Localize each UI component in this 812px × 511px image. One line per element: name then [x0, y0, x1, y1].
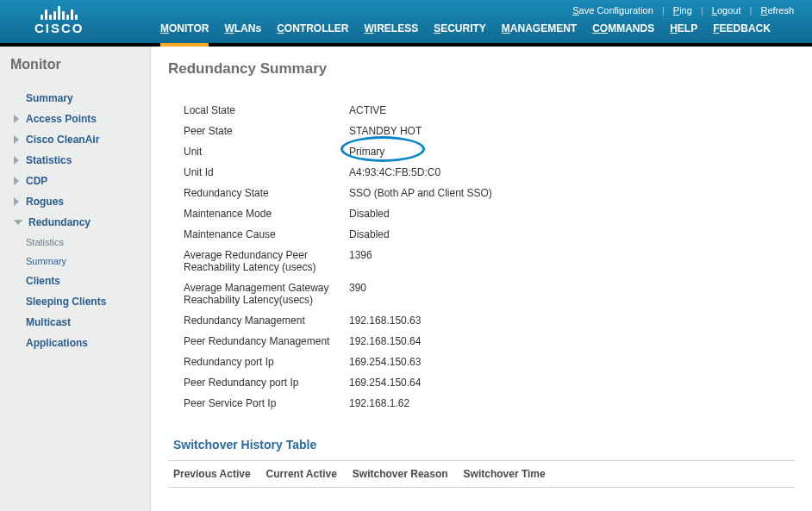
field-row: Maintenance CauseDisabled: [168, 224, 795, 245]
caret-right-icon: [14, 135, 19, 144]
sidebar-item-label: CDP: [26, 175, 47, 187]
field-label: Peer Redundancy Management: [168, 335, 349, 347]
col-switchover-reason: Switchover Reason: [353, 468, 448, 480]
field-value: 192.168.150.63: [349, 315, 421, 327]
field-row: Redundancy StateSSO (Both AP and Client …: [168, 183, 795, 203]
sidebar-item-sleeping-clients[interactable]: Sleeping Clients: [9, 291, 150, 312]
field-row: Peer Redundancy port Ip169.254.150.64: [168, 372, 795, 393]
field-value: SSO (Both AP and Client SSO): [349, 187, 492, 199]
field-label: Local State: [168, 104, 349, 116]
caret-down-icon: [14, 220, 22, 225]
sidebar-item-label: Statistics: [26, 154, 72, 166]
sidebar-item-label: Sleeping Clients: [26, 296, 106, 308]
field-row: Peer StateSTANDBY HOT: [168, 121, 795, 141]
field-row: Unit IdA4:93:4C:FB:5D:C0: [168, 162, 795, 183]
field-label: Redundancy State: [168, 187, 349, 199]
top-links: Save Configuration | Ping | Logout | Ref…: [570, 5, 796, 16]
field-row: Redundancy port Ip169.254.150.63: [168, 352, 795, 372]
field-label: Redundancy Management: [168, 315, 349, 327]
field-label: Peer Redundancy port Ip: [168, 377, 349, 389]
col-current-active: Current Active: [266, 468, 337, 480]
sidebar-item-label: Cisco CleanAir: [26, 134, 99, 146]
navbar: MONITOR WLANs CONTROLLER WIRELESS SECURI…: [160, 22, 771, 43]
sidebar-item-access-points[interactable]: Access Points: [9, 109, 150, 129]
field-value: 169.254.150.63: [349, 356, 421, 368]
sidebar-item-label: Multicast: [26, 316, 71, 328]
field-row: Redundancy Management192.168.150.63: [168, 310, 795, 331]
sidebar-item-multicast[interactable]: Multicast: [9, 312, 150, 333]
nav-wlans[interactable]: WLANs: [224, 22, 261, 43]
field-row: Peer Service Port Ip192.168.1.62: [168, 393, 795, 414]
field-value: 390: [349, 282, 366, 306]
field-label: Peer Service Port Ip: [168, 397, 349, 409]
field-row: UnitPrimary: [168, 141, 795, 162]
save-config-link[interactable]: Save Configuration: [572, 5, 653, 16]
field-row: Average Management Gateway Reachability …: [168, 277, 795, 310]
nav-monitor[interactable]: MONITOR: [160, 22, 209, 43]
sidebar-item-rogues[interactable]: Rogues: [9, 191, 150, 212]
field-row: Peer Redundancy Management192.168.150.64: [168, 331, 795, 352]
sidebar-item-label: Applications: [26, 337, 88, 349]
field-label: Average Redundancy Peer Reachability Lat…: [168, 249, 349, 273]
caret-right-icon: [14, 177, 19, 185]
switchover-history-title: Switchover History Table: [173, 438, 795, 452]
sidebar-item-statistics[interactable]: Statistics: [9, 150, 150, 171]
field-value: Disabled: [349, 208, 390, 220]
sidebar-item-label: Clients: [26, 275, 60, 287]
sidebar-subitem-redundancy-statistics[interactable]: Statistics: [9, 233, 150, 252]
caret-right-icon: [14, 156, 19, 165]
nav-management[interactable]: MANAGEMENT: [502, 22, 577, 43]
field-value: 192.168.1.62: [349, 397, 409, 409]
nav-feedback[interactable]: FEEDBACK: [713, 22, 771, 43]
field-label: Unit Id: [168, 166, 349, 178]
sidebar-subitem-redundancy-summary[interactable]: Summary: [9, 252, 150, 271]
nav-wireless[interactable]: WIRELESS: [364, 22, 418, 43]
sidebar-item-summary[interactable]: Summary: [9, 88, 150, 109]
nav-controller[interactable]: CONTROLLER: [277, 22, 348, 43]
sidebar-title: Monitor: [9, 57, 150, 72]
refresh-link[interactable]: Refresh: [760, 5, 794, 16]
field-value: 1396: [349, 249, 372, 273]
nav-help[interactable]: HELP: [670, 22, 697, 43]
sidebar-item-cdp[interactable]: CDP: [9, 171, 150, 191]
sidebar-item-label: Summary: [26, 256, 66, 266]
sidebar: Monitor Summary Access Points Cisco Clea…: [0, 47, 151, 511]
sidebar-item-label: Redundancy: [28, 216, 91, 228]
field-value: 169.254.150.64: [349, 377, 421, 389]
page-title: Redundancy Summary: [168, 60, 795, 78]
redundancy-fields: Local StateACTIVEPeer StateSTANDBY HOTUn…: [168, 100, 795, 414]
ping-link[interactable]: Ping: [673, 5, 692, 16]
logout-link[interactable]: Logout: [712, 5, 741, 16]
caret-right-icon: [14, 197, 19, 206]
field-label: Maintenance Cause: [168, 228, 349, 240]
sidebar-item-label: Statistics: [26, 237, 64, 247]
sidebar-item-label: Summary: [26, 92, 73, 104]
field-value: A4:93:4C:FB:5D:C0: [349, 166, 440, 178]
field-label: Unit: [168, 146, 349, 158]
brand-text: CISCO: [34, 21, 84, 35]
field-label: Average Management Gateway Reachability …: [168, 282, 349, 306]
col-previous-active: Previous Active: [173, 468, 251, 480]
field-row: Local StateACTIVE: [168, 100, 795, 121]
nav-commands[interactable]: COMMANDS: [592, 22, 654, 43]
field-value: Primary: [349, 146, 384, 158]
sidebar-menu: Summary Access Points Cisco CleanAir Sta…: [9, 88, 150, 353]
field-label: Peer State: [168, 125, 349, 137]
caret-right-icon: [14, 115, 19, 123]
sidebar-item-applications[interactable]: Applications: [9, 333, 150, 353]
sidebar-item-label: Rogues: [26, 196, 64, 208]
sidebar-item-redundancy[interactable]: Redundancy: [9, 212, 150, 233]
header: CISCO Save Configuration | Ping | Logout…: [0, 0, 812, 43]
sidebar-item-clients[interactable]: Clients: [9, 271, 150, 291]
field-row: Maintenance ModeDisabled: [168, 203, 795, 224]
field-value: 192.168.150.64: [349, 335, 421, 347]
logo-bars-icon: [41, 4, 78, 20]
col-switchover-time: Switchover Time: [464, 468, 546, 480]
field-value: ACTIVE: [349, 104, 386, 116]
sidebar-item-cleanair[interactable]: Cisco CleanAir: [9, 129, 150, 150]
nav-security[interactable]: SECURITY: [434, 22, 486, 43]
switchover-history-header: Previous Active Current Active Switchove…: [168, 460, 795, 488]
field-label: Redundancy port Ip: [168, 356, 349, 368]
field-value: STANDBY HOT: [349, 125, 422, 137]
sidebar-item-label: Access Points: [26, 113, 97, 125]
